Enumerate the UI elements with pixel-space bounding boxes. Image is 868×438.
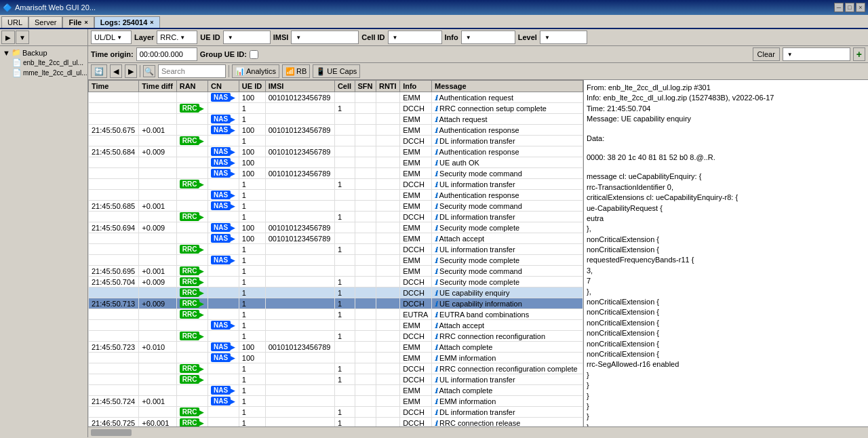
table-row[interactable]: RRC▶ 1 1 DCCH ℹ UL information transfer bbox=[89, 244, 583, 255]
table-row[interactable]: RRC▶ 1 DCCH ℹ DL information transfer bbox=[89, 136, 583, 146]
table-row[interactable]: RRC▶ 1 1 EUTRA ℹ EUTRA band combinations bbox=[89, 309, 583, 320]
layer-dropdown[interactable]: RRC. ▼ bbox=[157, 31, 197, 44]
sidebar-item-backup[interactable]: ▼ 📁 Backup bbox=[1, 47, 86, 58]
table-row[interactable]: 21:46:50.725 +60.001 RRC▶ 1 1 DCCH ℹ RRC… bbox=[89, 418, 583, 427]
scroll-thumb[interactable] bbox=[91, 429, 132, 436]
table-row[interactable]: NAS▶ 100 EMM ℹ EMM information bbox=[89, 353, 583, 363]
imsi-dropdown[interactable]: ▼ bbox=[291, 31, 359, 44]
table-row[interactable]: RRC▶ 1 1 DCCH ℹ RRC connection setup com… bbox=[89, 103, 583, 114]
group-ueid-checkbox[interactable] bbox=[250, 50, 258, 59]
rb-button[interactable]: 📶 RB bbox=[282, 64, 310, 78]
cell-info: EMM bbox=[400, 114, 432, 125]
cellid-dropdown[interactable]: ▼ bbox=[388, 31, 442, 44]
cell-imsi: 001010123456789 bbox=[265, 125, 334, 136]
table-row[interactable]: NAS▶ 1 EMM ℹ Attach complete bbox=[89, 385, 583, 396]
cell-imsi bbox=[265, 363, 334, 374]
cell-cn bbox=[208, 287, 239, 298]
cell-message: ℹ Attach accept bbox=[432, 233, 583, 244]
cell-sfn bbox=[355, 298, 376, 309]
title-bar-controls[interactable]: ─ □ × bbox=[834, 3, 865, 12]
tab-file-label: File bbox=[68, 18, 81, 26]
table-row[interactable]: 21:45:50.695 +0.001 RRC▶ 1 EMM ℹ Securit… bbox=[89, 266, 583, 277]
ueid-dropdown[interactable]: ▼ bbox=[223, 31, 271, 44]
cn-arrow: ▶ bbox=[231, 192, 235, 199]
time-origin-input[interactable] bbox=[136, 47, 197, 61]
table-row[interactable]: NAS▶ 100 001010123456789 EMM ℹ Security … bbox=[89, 168, 583, 179]
search-input[interactable] bbox=[158, 64, 226, 78]
cn-arrow: ▶ bbox=[231, 235, 235, 242]
analytics-button[interactable]: 📊 Analytics bbox=[232, 64, 279, 78]
table-row[interactable]: NAS▶ 100 EMM ℹ UE auth OK bbox=[89, 157, 583, 168]
cn-badge: NAS bbox=[211, 321, 231, 330]
filter-dropdown[interactable]: ▼ bbox=[783, 47, 850, 61]
close-logs-icon[interactable]: × bbox=[150, 19, 153, 26]
sidebar-collapse-btn[interactable]: ▼ bbox=[16, 31, 29, 44]
rp-content-line: }, bbox=[587, 224, 865, 234]
ran-arrow: ▶ bbox=[199, 376, 204, 383]
cn-arrow: ▶ bbox=[231, 322, 235, 329]
next-button[interactable]: ▶ bbox=[125, 64, 137, 78]
level-dropdown[interactable]: ▼ bbox=[540, 31, 587, 44]
table-row[interactable]: 21:45:50.704 +0.009 RRC▶ 1 1 DCCH ℹ Secu… bbox=[89, 277, 583, 287]
cell-cell: 1 bbox=[334, 298, 355, 309]
cell-rnti bbox=[376, 418, 399, 427]
scroll-bar[interactable] bbox=[88, 426, 868, 437]
table-row[interactable]: NAS▶ 1 EMM ℹ Attach request bbox=[89, 114, 583, 125]
table-row[interactable]: 21:45:50.685 +0.001 NAS▶ 1 EMM ℹ Securit… bbox=[89, 201, 583, 212]
table-row[interactable]: RRC▶ 1 1 DCCH ℹ RRC connection reconfigu… bbox=[89, 331, 583, 342]
sidebar-expand-btn[interactable]: ▶ bbox=[1, 31, 15, 44]
tab-server[interactable]: Server bbox=[28, 16, 62, 28]
cn-arrow: ▶ bbox=[231, 224, 235, 231]
table-row[interactable]: RRC▶ 1 1 DCCH ℹ UE capability enquiry bbox=[89, 287, 583, 298]
ue-caps-button[interactable]: 📱 UE Caps bbox=[313, 64, 360, 78]
cell-rnti bbox=[376, 157, 399, 168]
rp-content-line: } bbox=[587, 370, 865, 380]
tab-logs[interactable]: Logs: 254014 × bbox=[94, 16, 160, 28]
cell-cn: NAS▶ bbox=[208, 157, 239, 168]
table-row[interactable]: 21:45:50.723 +0.010 NAS▶ 100 00101012345… bbox=[89, 342, 583, 353]
close-file-icon[interactable]: × bbox=[84, 19, 87, 26]
table-row[interactable]: RRC▶ 1 1 DCCH ℹ RRC connection reconfigu… bbox=[89, 363, 583, 374]
table-row[interactable]: 21:45:50.675 +0.001 NAS▶ 100 00101012345… bbox=[89, 125, 583, 136]
table-row[interactable]: RRC▶ 1 1 DCCH ℹ DL information transfer bbox=[89, 212, 583, 222]
table-row[interactable]: 21:45:50.713 +0.009 RRC▶ 1 1 DCCH ℹ UE c… bbox=[89, 298, 583, 309]
filter-icon[interactable]: 🔍 bbox=[143, 65, 155, 77]
table-row[interactable]: NAS▶ 1 EMM ℹ Security mode complete bbox=[89, 255, 583, 266]
ran-arrow: ▶ bbox=[199, 420, 204, 426]
refresh-button[interactable]: 🔄 bbox=[91, 64, 107, 78]
table-row[interactable]: 21:45:50.724 +0.001 NAS▶ 1 EMM ℹ EMM inf… bbox=[89, 396, 583, 407]
cell-time: 21:45:50.724 bbox=[89, 396, 139, 407]
app-icon: 🔷 bbox=[3, 3, 12, 12]
table-row[interactable]: RRC▶ 1 1 DCCH ℹ DL information transfer bbox=[89, 407, 583, 418]
clear-button[interactable]: Clear bbox=[753, 47, 780, 61]
mode-dropdown[interactable]: UL/DL ▼ bbox=[91, 31, 132, 44]
tab-file[interactable]: File × bbox=[62, 16, 94, 28]
table-row[interactable]: RRC▶ 1 1 DCCH ℹ UL information transfer bbox=[89, 179, 583, 190]
col-time: Time bbox=[89, 81, 139, 92]
add-button[interactable]: + bbox=[853, 47, 865, 61]
rp-line2: Info: enb_lte_2cc_dl_ul.log.zip (1527483… bbox=[587, 93, 865, 103]
maximize-button[interactable]: □ bbox=[845, 3, 854, 12]
layer-value: RRC. bbox=[160, 33, 178, 41]
minimize-button[interactable]: ─ bbox=[834, 3, 844, 12]
sidebar-item-enb[interactable]: 📄 enb_lte_2cc_dl_ul... bbox=[1, 58, 86, 68]
table-row[interactable]: 21:45:50.684 +0.009 NAS▶ 100 00101012345… bbox=[89, 146, 583, 157]
cell-sfn bbox=[355, 277, 376, 287]
main-container: ▶ ▼ ▼ 📁 Backup 📄 enb_lte_2cc_dl_ul... 📄 … bbox=[0, 29, 868, 437]
table-row[interactable]: RRC▶ 1 1 DCCH ℹ UL information transfer bbox=[89, 374, 583, 385]
cell-ran: RRC▶ bbox=[176, 363, 208, 374]
table-row[interactable]: NAS▶ 100 001010123456789 EMM ℹ Attach ac… bbox=[89, 233, 583, 244]
cell-ueid: 1 bbox=[239, 418, 265, 427]
prev-button[interactable]: ◀ bbox=[110, 64, 122, 78]
tab-url[interactable]: URL bbox=[1, 16, 28, 28]
table-row[interactable]: NAS▶ 1 EMM ℹ Authentication response bbox=[89, 190, 583, 201]
info-dropdown[interactable]: ▼ bbox=[461, 31, 515, 44]
cn-arrow: ▶ bbox=[231, 170, 235, 177]
sidebar-item-mme[interactable]: 📄 mme_lte_2cc_dl_ul... bbox=[1, 68, 86, 78]
cell-rnti bbox=[376, 331, 399, 342]
cell-cn bbox=[208, 418, 239, 427]
table-row[interactable]: NAS▶ 1 EMM ℹ Attach accept bbox=[89, 320, 583, 331]
close-button[interactable]: × bbox=[856, 3, 865, 12]
table-row[interactable]: 21:45:50.694 +0.009 NAS▶ 100 00101012345… bbox=[89, 222, 583, 233]
table-row[interactable]: NAS▶ 100 001010123456789 EMM ℹ Authentic… bbox=[89, 92, 583, 103]
